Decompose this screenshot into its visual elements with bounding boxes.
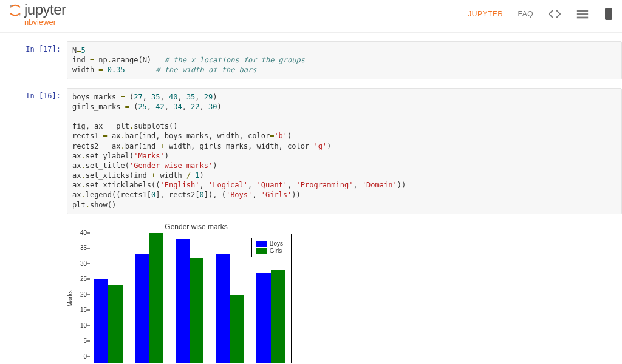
svg-point-0	[10, 5, 12, 7]
y-tick: 30	[73, 260, 87, 266]
code-cell: In [16]: boys_marks = (27, 35, 40, 35, 2…	[24, 88, 622, 214]
legend-swatch-girls	[256, 248, 267, 254]
bar-chart: Gender wise marks Marks Boys Girls 05101…	[67, 223, 292, 363]
legend-item: Girls	[256, 248, 283, 255]
chart-ylabel: Marks	[67, 290, 73, 306]
svg-rect-4	[577, 17, 588, 19]
bar-girls	[271, 270, 285, 363]
svg-rect-5	[605, 8, 612, 20]
bar-boys	[256, 273, 270, 363]
logo[interactable]: jupyter nbviewer	[9, 2, 66, 26]
bar-boys	[176, 239, 190, 363]
y-tick: 25	[73, 275, 87, 282]
notebook: In [17]: N=5 ind = np.arange(N) # the x …	[0, 33, 622, 364]
output-area: Gender wise marks Marks Boys Girls 05101…	[67, 223, 622, 363]
input-prompt: In [16]:	[24, 88, 67, 100]
menu-lines-icon[interactable]	[576, 8, 589, 19]
legend-swatch-boys	[256, 241, 267, 247]
y-tick: 20	[73, 291, 87, 297]
code-cell: In [17]: N=5 ind = np.arange(N) # the x …	[24, 41, 622, 79]
header: jupyter nbviewer JUPYTER FAQ	[0, 0, 622, 33]
bar-girls	[190, 258, 203, 363]
input-prompt: In [17]:	[24, 41, 67, 53]
legend-label: Girls	[270, 248, 282, 255]
svg-point-1	[19, 14, 21, 16]
y-tick: 40	[73, 229, 87, 236]
logo-main-text: jupyter	[24, 2, 66, 17]
nav-link-faq[interactable]: FAQ	[518, 10, 533, 18]
chart-legend: Boys Girls	[251, 238, 287, 257]
y-tick: 0	[73, 352, 87, 359]
nav-link-jupyter[interactable]: JUPYTER	[468, 10, 503, 18]
y-tick: 10	[73, 322, 87, 328]
bar-girls	[108, 285, 122, 362]
legend-label: Boys	[270, 240, 283, 248]
y-tick: 5	[73, 337, 87, 344]
bar-girls	[230, 295, 244, 363]
code-icon[interactable]	[548, 8, 561, 19]
bar-boys	[216, 254, 230, 362]
code-input[interactable]: N=5 ind = np.arange(N) # the x locations…	[67, 41, 622, 79]
y-tick: 35	[73, 244, 87, 251]
code-input[interactable]: boys_marks = (27, 35, 40, 35, 29) girls_…	[67, 88, 622, 214]
legend-item: Boys	[256, 240, 283, 248]
y-tick: 15	[73, 306, 87, 313]
tab-icon[interactable]	[604, 7, 613, 21]
nav: JUPYTER FAQ	[468, 2, 613, 21]
chart-title: Gender wise marks	[101, 223, 292, 231]
bar-boys	[94, 279, 108, 363]
svg-rect-3	[577, 13, 588, 15]
logo-sub-text: nbviewer	[24, 18, 66, 26]
chart-axes: Marks Boys Girls 0510152025303540English…	[89, 234, 292, 363]
bar-girls	[149, 233, 163, 363]
svg-rect-2	[577, 10, 588, 12]
bar-boys	[135, 254, 149, 362]
jupyter-logo-icon	[9, 4, 22, 17]
